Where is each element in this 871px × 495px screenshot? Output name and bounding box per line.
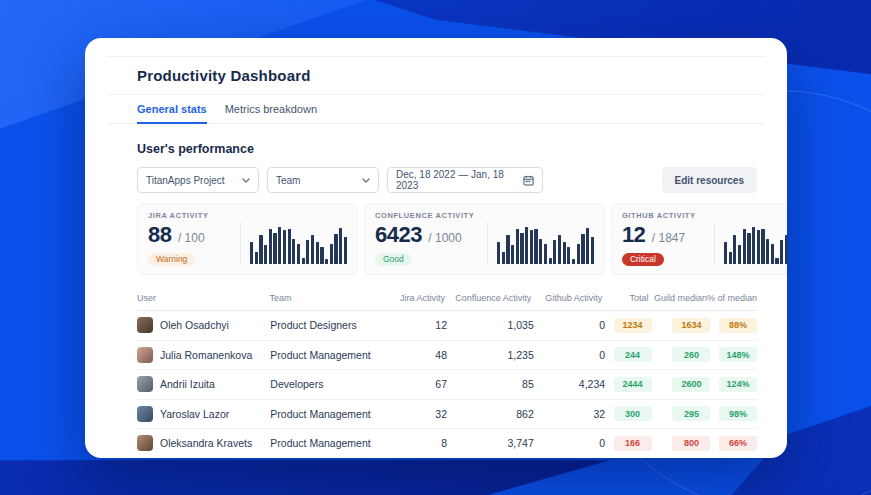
chart-bar: [502, 252, 505, 264]
chart-bar: [511, 245, 514, 264]
column-header-jira[interactable]: Jira Activity: [390, 293, 445, 303]
chart-bar: [553, 240, 556, 264]
jira-activity-cell: 12: [391, 319, 447, 331]
chart-bar: [530, 230, 533, 264]
table-row[interactable]: Andrii Izuita Developers 67 85 4,234 244…: [137, 370, 757, 400]
total-badge: 2444: [614, 377, 652, 392]
confluence-activity-cell: 1,035: [447, 319, 534, 331]
confluence-activity-cell: 1,235: [447, 349, 534, 361]
chart-bar: [311, 235, 314, 264]
column-header-guild-median[interactable]: Guild median: [648, 293, 707, 303]
team-select[interactable]: Team: [267, 167, 379, 193]
avatar: [137, 376, 153, 392]
guild-median-badge: 260: [672, 347, 710, 362]
status-badge: Good: [375, 253, 412, 266]
chart-bar: [325, 259, 328, 264]
avatar: [137, 406, 153, 422]
table-row[interactable]: Oleh Osadchyi Product Designers 12 1,035…: [137, 311, 757, 341]
jira-activity-cell: 48: [391, 349, 447, 361]
page-title: Productivity Dashboard: [137, 67, 311, 84]
date-range-value: Dec, 18 2022 — Jan, 18 2023: [396, 169, 517, 191]
confluence-activity-cell: 862: [447, 408, 534, 420]
chart-bar: [567, 247, 570, 264]
avatar: [137, 317, 153, 333]
calendar-icon: [523, 175, 534, 186]
guild-median-badge: 295: [672, 406, 710, 421]
pct-median-badge: 98%: [719, 406, 757, 421]
chart-bar: [255, 252, 258, 264]
date-range-picker[interactable]: Dec, 18 2022 — Jan, 18 2023: [387, 167, 543, 193]
user-name: Oleksandra Kravets: [160, 437, 252, 449]
jira-activity-cell: 32: [391, 408, 447, 420]
chart-bar: [320, 247, 323, 264]
chart-bar: [752, 227, 755, 264]
stat-target: / 1000: [428, 231, 461, 245]
stat-card-label: CONFLUENCE ACTIVITY: [375, 211, 594, 220]
table-body: Oleh Osadchyi Product Designers 12 1,035…: [137, 311, 757, 458]
project-select[interactable]: TitanApps Project: [137, 167, 259, 193]
chart-bar: [591, 237, 594, 264]
stat-target: / 1847: [652, 231, 685, 245]
guild-median-badge: 800: [672, 436, 710, 451]
title-row: Productivity Dashboard: [85, 57, 787, 94]
total-badge: 244: [614, 347, 652, 362]
github-activity-cell: 32: [534, 408, 605, 420]
stat-cards-row: JIRA ACTIVITY 88 / 100 Warning CONFLUENC…: [137, 203, 757, 275]
content-area: User's performance TitanApps Project Tea…: [85, 142, 787, 458]
table-row[interactable]: Julia Romanenkova Product Management 48 …: [137, 341, 757, 371]
chart-bar: [506, 235, 509, 264]
stat-target: / 100: [178, 231, 205, 245]
total-badge: 300: [614, 406, 652, 421]
stat-card-jira: JIRA ACTIVITY 88 / 100 Warning: [137, 203, 358, 275]
table-row[interactable]: Oleksandra Kravets Product Management 8 …: [137, 429, 757, 458]
stat-card-label: JIRA ACTIVITY: [148, 211, 347, 220]
chart-bar: [544, 244, 547, 264]
column-header-confluence[interactable]: Confluence Activity: [445, 293, 531, 303]
activity-mini-chart: [240, 222, 347, 264]
users-table: User Team Jira Activity Confluence Activ…: [137, 288, 757, 458]
status-badge: Critical: [622, 253, 664, 266]
chart-bar: [581, 234, 584, 264]
chart-bar: [259, 235, 262, 264]
tab-bar: General stats Metrics breakdown: [107, 95, 765, 124]
pct-median-badge: 66%: [719, 436, 757, 451]
chart-bar: [771, 244, 774, 264]
column-header-team[interactable]: Team: [269, 293, 389, 303]
column-header-user[interactable]: User: [137, 293, 269, 303]
team-cell: Developers: [270, 378, 391, 390]
chart-bar: [534, 229, 537, 264]
table-row[interactable]: Yaroslav Lazor Product Management 32 862…: [137, 400, 757, 430]
chart-bar: [334, 234, 337, 264]
column-header-pct-median[interactable]: % of median: [707, 293, 757, 303]
project-select-value: TitanApps Project: [146, 175, 225, 186]
chart-bar: [743, 229, 746, 264]
chart-bar: [757, 230, 760, 264]
chart-bar: [264, 245, 267, 264]
user-name: Oleh Osadchyi: [160, 319, 229, 331]
chart-bar: [278, 227, 281, 264]
chart-bar: [283, 230, 286, 264]
chart-bar: [269, 229, 272, 264]
chart-bar: [747, 233, 750, 264]
chart-bar: [558, 235, 561, 264]
pct-median-badge: 148%: [719, 347, 757, 362]
chart-bar: [344, 237, 347, 264]
column-header-github[interactable]: Github Activity: [531, 293, 602, 303]
stat-value: 88: [148, 222, 171, 247]
edit-resources-button[interactable]: Edit resources: [662, 167, 757, 193]
stat-value: 12: [622, 222, 645, 247]
team-cell: Product Management: [270, 349, 391, 361]
section-title: User's performance: [137, 142, 757, 156]
jira-activity-cell: 67: [391, 378, 447, 390]
stat-value: 6423: [375, 222, 422, 247]
chart-bar: [549, 258, 552, 264]
tab-general-stats[interactable]: General stats: [137, 95, 207, 124]
chart-bar: [766, 239, 769, 264]
tab-metrics-breakdown[interactable]: Metrics breakdown: [225, 95, 317, 124]
total-badge: 166: [614, 436, 652, 451]
chart-bar: [785, 235, 787, 264]
guild-median-badge: 1634: [672, 318, 710, 333]
column-header-total[interactable]: Total: [602, 293, 648, 303]
table-header: User Team Jira Activity Confluence Activ…: [137, 288, 757, 311]
user-name: Julia Romanenkova: [160, 349, 252, 361]
